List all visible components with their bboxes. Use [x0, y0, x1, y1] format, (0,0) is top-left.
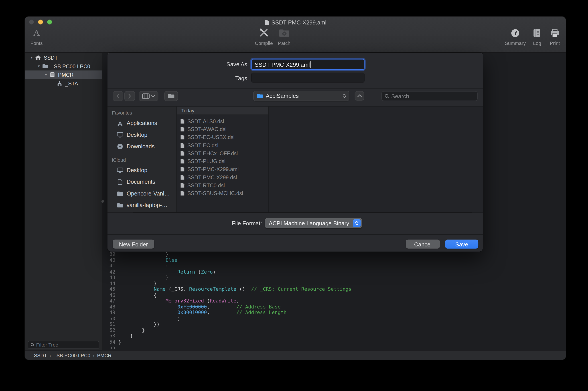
breadcrumb-item[interactable]: PMCR — [97, 353, 112, 358]
window-title: SSDT-PMC-X299.aml — [271, 19, 326, 26]
chevron-up-icon — [357, 95, 362, 97]
cancel-button[interactable]: Cancel — [406, 240, 440, 249]
splitter-handle[interactable] — [102, 200, 104, 203]
file-item-ssdt-pmc-x299-aml[interactable]: SSDT-PMC-X299.aml — [177, 165, 268, 173]
code-line: 41 { — [103, 263, 566, 269]
breadcrumb-item[interactable]: SSDT — [34, 353, 47, 358]
tree-item-label: _STA — [65, 81, 78, 87]
file-item-ssdt-plug-dsl[interactable]: SSDT-PLUG.dsl — [177, 157, 268, 165]
file-item-ssdt-ec-dsl[interactable]: SSDT-EC.dsl — [177, 141, 268, 149]
line-number: 45 — [103, 286, 115, 292]
location-popup[interactable]: AcpiSamples — [253, 91, 350, 101]
tree-item-sb-pc00-lpc0[interactable]: ▾_SB.PC00.LPC0 — [25, 62, 102, 71]
file-name: SSDT-PMC-X299.dsl — [187, 174, 237, 180]
file-icon — [180, 135, 185, 140]
code-line: 54} — [103, 339, 566, 345]
collapse-sheet-button[interactable] — [355, 91, 364, 100]
file-item-ssdt-sbus-mchc-dsl[interactable]: SSDT-SBUS-MCHC.dsl — [177, 189, 268, 197]
tree-item-ssdt[interactable]: ▾SSDT — [25, 53, 102, 62]
file-name: SSDT-AWAC.dsl — [187, 126, 227, 132]
folder-icon — [117, 190, 123, 196]
disclosure-triangle-icon[interactable]: ▾ — [43, 73, 49, 77]
chevron-right-icon — [128, 94, 131, 99]
desktop-icon — [117, 167, 123, 173]
search-icon — [384, 94, 389, 98]
tree-item-label: _SB.PC00.LPC0 — [51, 63, 90, 69]
print-button[interactable]: Print — [539, 27, 566, 46]
fonts-button[interactable]: A Fonts — [25, 27, 53, 46]
search-input[interactable] — [391, 93, 474, 99]
save-button[interactable]: Save — [445, 240, 478, 249]
code-line: 48 0xFE000000, // Address Base — [103, 304, 566, 310]
line-number: 53 — [103, 333, 115, 339]
folder-button[interactable] — [164, 91, 178, 101]
sidebar-item-opencore-vani[interactable]: Opencore-Vani… — [108, 188, 176, 199]
sidebar-section-header: iCloud — [108, 155, 176, 164]
tree-item-sta[interactable]: _STA — [25, 79, 102, 88]
new-folder-button[interactable]: New Folder — [113, 240, 154, 249]
sidebar-item-applications[interactable]: Applications — [108, 117, 176, 129]
tree-panel: ▾SSDT▾_SB.PC00.LPC0▾PMCR_STA — [25, 53, 103, 350]
tree-item-pmcr[interactable]: ▾PMCR — [25, 71, 102, 79]
sidebar-item-desktop[interactable]: Desktop — [108, 164, 176, 176]
file-item-ssdt-als0-dsl[interactable]: SSDT-ALS0.dsl — [177, 117, 268, 125]
file-name: SSDT-ALS0.dsl — [187, 118, 224, 124]
status-bar: SSDT›_SB.PC00.LPC0›PMCR — [25, 350, 566, 360]
sidebar-item-vanilla-laptop[interactable]: vanilla-laptop-… — [108, 199, 176, 211]
filter-tree-input[interactable] — [36, 342, 97, 348]
code-text: { — [115, 292, 157, 298]
breadcrumb-separator: › — [93, 353, 94, 358]
code-text: 0x00010000, // Address Length — [115, 310, 286, 315]
code-text: Else — [115, 257, 177, 263]
desktop: SSDT-PMC-X299.aml A Fonts Compile Patch … — [0, 0, 588, 391]
file-format-popup[interactable]: ACPI Machine Language Binary — [265, 218, 362, 228]
device-icon — [49, 72, 56, 78]
file-format-label: File Format: — [232, 220, 262, 226]
sidebar-item-label: Applications — [127, 120, 157, 126]
file-icon — [180, 175, 185, 180]
file-list-column: Today SSDT-ALS0.dslSSDT-AWAC.dslSSDT-EC-… — [177, 106, 269, 212]
file-rows: SSDT-ALS0.dslSSDT-AWAC.dslSSDT-EC-USBX.d… — [177, 115, 268, 197]
file-browser: FavoritesApplicationsDesktopDownloadsiCl… — [108, 106, 483, 212]
code-text: Name (_CRS, ResourceTemplate () // _CRS:… — [115, 286, 352, 292]
view-mode-button[interactable] — [139, 91, 158, 101]
file-item-ssdt-awac-dsl[interactable]: SSDT-AWAC.dsl — [177, 125, 268, 133]
tags-field[interactable] — [251, 73, 364, 83]
code-line: 49 0x00010000, // Address Length — [103, 310, 566, 315]
file-group-header: Today — [177, 106, 268, 115]
forward-button[interactable] — [124, 91, 135, 101]
disclosure-triangle-icon[interactable]: ▾ — [36, 64, 42, 68]
tags-label: Tags: — [235, 75, 249, 81]
patch-icon — [279, 27, 290, 39]
sidebar-item-label: Opencore-Vani… — [127, 190, 170, 196]
file-item-ssdt-ehcx-off-dsl[interactable]: SSDT-EHCx_OFF.dsl — [177, 149, 268, 157]
updown-chevrons-icon — [353, 219, 361, 227]
file-item-ssdt-rtc0-dsl[interactable]: SSDT-RTC0.dsl — [177, 181, 268, 189]
patch-button[interactable]: Patch — [268, 27, 300, 46]
search-field[interactable] — [381, 91, 478, 101]
line-number: 44 — [103, 281, 115, 286]
file-item-ssdt-ec-usbx-dsl[interactable]: SSDT-EC-USBX.dsl — [177, 133, 268, 141]
file-name: SSDT-SBUS-MCHC.dsl — [187, 190, 243, 196]
filter-tree-field[interactable] — [28, 341, 99, 349]
sidebar-item-documents[interactable]: Documents — [108, 176, 176, 188]
disclosure-triangle-icon[interactable]: ▾ — [29, 55, 35, 60]
folder-icon — [168, 94, 174, 99]
back-button[interactable] — [113, 91, 123, 101]
file-name: SSDT-EC.dsl — [187, 142, 219, 148]
tree-item-label: PMCR — [58, 72, 74, 78]
file-icon — [180, 183, 185, 188]
info-icon: i — [510, 27, 520, 39]
location-label: AcpiSamples — [266, 93, 340, 99]
sidebar-item-desktop[interactable]: Desktop — [108, 129, 176, 141]
line-number: 55 — [103, 345, 115, 351]
file-item-ssdt-pmc-x299-dsl[interactable]: SSDT-PMC-X299.dsl — [177, 173, 268, 181]
file-name: SSDT-PLUG.dsl — [187, 158, 226, 164]
sidebar-item-downloads[interactable]: Downloads — [108, 141, 176, 152]
divider — [108, 88, 483, 89]
save-as-field[interactable]: SSDT-PMC-X299.aml — [251, 59, 364, 70]
code-text: } — [115, 251, 168, 257]
chevron-left-icon — [117, 94, 119, 99]
breadcrumb-item[interactable]: _SB.PC00.LPC0 — [54, 353, 90, 358]
code-line: 50 ) — [103, 315, 566, 321]
